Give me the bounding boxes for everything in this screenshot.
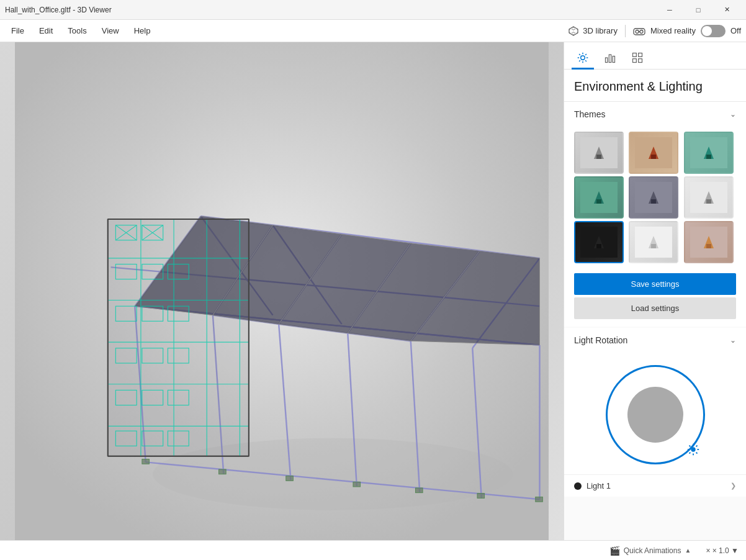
- theme-item-9[interactable]: [684, 221, 734, 263]
- theme-item-1[interactable]: [574, 132, 624, 174]
- theme-item-4[interactable]: [574, 176, 624, 219]
- maximize-button[interactable]: □: [684, 0, 712, 20]
- viewport[interactable]: [0, 42, 564, 540]
- svg-line-81: [585, 60, 586, 61]
- stats-icon: [604, 52, 616, 64]
- svg-rect-72: [415, 488, 423, 493]
- menu-view[interactable]: View: [96, 24, 125, 38]
- quick-animations-label: Quick Animations: [624, 546, 681, 555]
- svg-rect-117: [706, 244, 711, 248]
- window-title: Hall_with_Office.gltf - 3D Viewer: [5, 6, 112, 14]
- theme-item-7[interactable]: [574, 221, 624, 263]
- sun-icon: [577, 52, 589, 64]
- light-rotation-dial[interactable]: [564, 353, 746, 474]
- light1-expand-icon: ❯: [730, 482, 736, 490]
- svg-line-83: [579, 60, 580, 61]
- theme-preview-3: [690, 137, 727, 168]
- right-panel: Environment & Lighting Themes ⌄: [564, 42, 746, 540]
- 3d-library-label: 3D library: [583, 26, 618, 35]
- theme-grid: [564, 127, 746, 271]
- theme-preview-1: [580, 137, 618, 168]
- svg-line-126: [689, 453, 690, 454]
- titlebar: Hall_with_Office.gltf - 3D Viewer ─ □ ✕: [0, 0, 746, 20]
- svg-rect-89: [633, 58, 637, 62]
- theme-item-8[interactable]: [629, 221, 678, 263]
- themes-chevron: ⌄: [730, 110, 736, 119]
- svg-rect-70: [286, 476, 294, 481]
- cube-icon: [568, 25, 579, 37]
- svg-line-124: [696, 453, 697, 454]
- svg-line-82: [585, 54, 586, 55]
- menu-help[interactable]: Help: [128, 24, 157, 38]
- 3d-scene: [0, 42, 564, 540]
- zoom-control: × × 1.0 ▼: [706, 546, 739, 555]
- 3d-library-button[interactable]: 3D library: [568, 25, 618, 37]
- main-layout: Environment & Lighting Themes ⌄: [0, 42, 746, 540]
- svg-rect-93: [596, 155, 601, 159]
- theme-preview-6: [690, 182, 727, 213]
- theme-item-2[interactable]: [629, 132, 678, 174]
- menu-file[interactable]: File: [5, 24, 30, 38]
- svg-line-125: [696, 445, 697, 446]
- panel-tabs: [564, 42, 746, 70]
- tab-stats[interactable]: [599, 47, 621, 70]
- grid-icon: [631, 52, 644, 64]
- svg-rect-86: [613, 56, 614, 62]
- mixed-reality-control: Mixed reality Off: [633, 25, 741, 37]
- light1-item[interactable]: Light 1 ❯: [564, 474, 746, 497]
- theme-item-3[interactable]: [684, 132, 734, 174]
- theme-preview-7: [580, 227, 618, 258]
- animations-expand-icon: ▲: [685, 547, 691, 554]
- themes-label: Themes: [574, 109, 606, 119]
- window-controls: ─ □ ✕: [655, 0, 741, 20]
- svg-rect-105: [651, 199, 656, 204]
- svg-point-118: [691, 447, 695, 451]
- themes-header[interactable]: Themes ⌄: [564, 102, 746, 127]
- menu-tools[interactable]: Tools: [61, 24, 92, 38]
- light-rotation-label: Light Rotation: [574, 335, 627, 345]
- tab-grid[interactable]: [626, 47, 649, 70]
- theme-item-6[interactable]: [684, 176, 734, 219]
- theme-preview-8: [635, 227, 672, 258]
- light1-name: Light 1: [586, 481, 611, 490]
- dial-container[interactable]: [606, 365, 705, 464]
- menu-edit[interactable]: Edit: [33, 24, 59, 38]
- zoom-expand-icon: ▼: [731, 546, 739, 555]
- svg-point-1: [636, 30, 639, 33]
- zoom-multiply: ×: [706, 546, 710, 555]
- theme-preview-9: [690, 227, 727, 258]
- light-rotation-header[interactable]: Light Rotation ⌄: [564, 328, 746, 353]
- save-settings-button[interactable]: Save settings: [574, 273, 736, 295]
- theme-preview-2: [635, 137, 672, 168]
- load-settings-button[interactable]: Load settings: [574, 297, 736, 319]
- toggle-knob: [702, 26, 712, 36]
- svg-line-123: [689, 445, 690, 446]
- light-rotation-section: Light Rotation ⌄: [564, 328, 746, 497]
- svg-rect-74: [536, 497, 543, 502]
- svg-rect-85: [609, 55, 611, 63]
- tab-environment[interactable]: [572, 47, 594, 70]
- mixed-reality-toggle[interactable]: [701, 25, 726, 37]
- theme-item-5[interactable]: [629, 176, 678, 219]
- svg-rect-88: [639, 53, 642, 56]
- sun-position-icon: [686, 443, 700, 459]
- svg-rect-73: [477, 494, 485, 499]
- theme-preview-4: [580, 182, 618, 213]
- svg-rect-108: [706, 199, 711, 204]
- svg-rect-69: [219, 469, 227, 474]
- menubar: File Edit Tools View Help 3D library Mix…: [0, 20, 746, 42]
- light1-dot: [574, 482, 582, 490]
- animations-icon: 🎬: [609, 546, 620, 556]
- svg-line-80: [579, 54, 580, 55]
- mixed-reality-state: Off: [730, 26, 741, 35]
- svg-rect-99: [706, 155, 711, 159]
- light1-item-left: Light 1: [574, 481, 611, 490]
- minimize-button[interactable]: ─: [655, 0, 684, 20]
- close-button[interactable]: ✕: [712, 0, 741, 20]
- svg-rect-84: [606, 58, 608, 63]
- quick-animations-bar[interactable]: 🎬 Quick Animations ▲: [609, 546, 691, 556]
- light-rotation-chevron: ⌄: [730, 336, 736, 345]
- svg-rect-71: [353, 482, 361, 487]
- svg-rect-102: [596, 199, 601, 204]
- mixed-reality-label: Mixed reality: [650, 26, 696, 35]
